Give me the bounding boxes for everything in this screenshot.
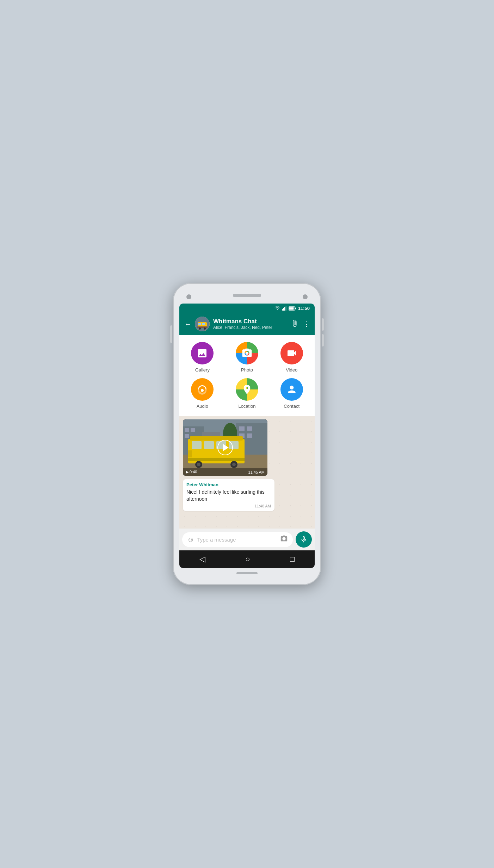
back-button[interactable]: ← (184, 320, 191, 328)
svg-rect-23 (239, 426, 245, 431)
location-attach-item[interactable]: Location (228, 378, 267, 409)
contact-attach-item[interactable]: Contact (272, 378, 311, 409)
audio-label: Audio (197, 404, 208, 409)
svg-rect-24 (247, 426, 252, 431)
status-bar: 11:50 (179, 304, 315, 313)
svg-rect-0 (282, 309, 283, 311)
video-icon (286, 348, 297, 359)
gallery-label: Gallery (195, 367, 210, 373)
audio-icon (197, 384, 208, 395)
input-bar: ☺ Type a message (179, 529, 315, 550)
chat-members: Alice, Francis, Jack, Ned, Peter (213, 325, 287, 330)
attach-button[interactable] (291, 319, 298, 329)
svg-point-40 (232, 463, 236, 466)
chat-name[interactable]: Whitmans Chat (213, 318, 287, 325)
svg-rect-20 (185, 428, 189, 432)
video-message[interactable]: ▶ 0:40 11:45 AM (183, 419, 267, 476)
nav-back-button[interactable]: ◁ (199, 555, 205, 564)
video-label: Video (286, 367, 297, 373)
battery-icon (289, 306, 296, 311)
paperclip-icon (291, 319, 298, 327)
message-text: Nice! I definitely feel like surfing thi… (186, 489, 271, 502)
avatar[interactable] (195, 317, 210, 331)
svg-point-13 (204, 327, 206, 330)
nav-home-button[interactable]: ○ (245, 555, 250, 564)
photo-icon (241, 348, 253, 359)
emoji-button[interactable]: ☺ (187, 536, 194, 544)
svg-rect-10 (202, 323, 205, 325)
chat-area: ▶ 0:40 11:45 AM Peter Whitman Nice! I de… (179, 416, 315, 529)
gallery-attach-item[interactable]: Gallery (183, 342, 222, 373)
mic-icon (300, 536, 308, 543)
more-options-button[interactable]: ⋮ (303, 320, 310, 328)
audio-attach-item[interactable]: Audio (183, 378, 222, 409)
svg-rect-3 (285, 306, 286, 311)
phone-screen: 11:50 ← (179, 304, 315, 568)
bottom-bar (236, 572, 258, 574)
svg-rect-11 (197, 326, 208, 328)
svg-point-15 (201, 389, 204, 392)
svg-point-14 (246, 352, 249, 355)
avatar-image (195, 317, 210, 331)
nav-recent-button[interactable]: □ (290, 555, 295, 564)
camera-button[interactable] (280, 535, 288, 544)
photo-icon-circle (236, 342, 258, 364)
phone-top (179, 294, 315, 304)
signal-icon (282, 306, 287, 311)
svg-rect-6 (295, 307, 296, 309)
front-sensor (303, 294, 308, 299)
mic-button[interactable] (296, 531, 312, 548)
volume-up-button[interactable] (322, 318, 324, 331)
svg-rect-2 (284, 307, 285, 311)
speaker (233, 294, 261, 297)
gallery-icon-circle (191, 342, 214, 364)
svg-rect-26 (247, 433, 252, 438)
svg-rect-41 (188, 450, 192, 457)
video-time: 11:45 AM (248, 470, 265, 474)
text-message: Peter Whitman Nice! I definitely feel li… (183, 479, 274, 511)
phone-bottom (179, 568, 315, 574)
svg-rect-22 (185, 434, 189, 438)
header-info: Whitmans Chat Alice, Francis, Jack, Ned,… (213, 318, 287, 330)
svg-rect-1 (283, 308, 284, 311)
message-input-field: ☺ Type a message (182, 532, 293, 547)
phone-shell: 11:50 ← (173, 283, 321, 585)
video-attach-item[interactable]: Video (272, 342, 311, 373)
gallery-icon (197, 348, 208, 359)
volume-down-button[interactable] (322, 334, 324, 346)
svg-rect-21 (191, 428, 195, 432)
camera-icon (280, 535, 288, 543)
message-sender: Peter Whitman (186, 482, 271, 487)
svg-rect-36 (188, 458, 245, 461)
photo-label: Photo (241, 367, 253, 373)
video-footer: ▶ 0:40 11:45 AM (183, 468, 267, 476)
wifi-icon (274, 306, 280, 311)
contact-label: Contact (284, 404, 300, 409)
svg-rect-9 (198, 323, 201, 325)
location-label: Location (238, 404, 255, 409)
svg-rect-33 (204, 441, 214, 449)
svg-rect-5 (289, 307, 294, 310)
attach-menu: Gallery Photo Video (179, 335, 315, 416)
video-duration: ▶ 0:40 (186, 470, 197, 474)
location-icon (241, 384, 253, 395)
time-display: 11:50 (298, 306, 310, 311)
nav-bar: ◁ ○ □ (179, 550, 315, 568)
svg-point-12 (199, 327, 201, 330)
svg-rect-31 (190, 436, 243, 441)
avatar-svg (195, 317, 210, 331)
message-placeholder[interactable]: Type a message (197, 537, 277, 543)
play-button[interactable] (217, 440, 233, 455)
svg-point-38 (197, 463, 200, 466)
front-camera (186, 294, 191, 299)
chat-header: ← Whitmans Chat Alice (179, 313, 315, 335)
status-icons: 11:50 (274, 306, 310, 311)
power-button[interactable] (170, 325, 172, 343)
photo-attach-item[interactable]: Photo (228, 342, 267, 373)
header-actions: ⋮ (291, 319, 310, 329)
location-icon-circle (236, 378, 258, 401)
video-icon-circle (280, 342, 303, 364)
message-time: 11:48 AM (186, 504, 271, 508)
svg-rect-32 (192, 441, 202, 449)
audio-icon-circle (191, 378, 214, 401)
